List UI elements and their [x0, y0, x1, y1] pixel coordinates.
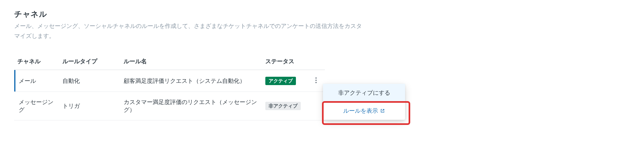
- section-description: メール、メッセージング、ソーシャルチャネルのルールを作成して、さまざまなチケット…: [14, 21, 362, 41]
- header-status: ステータス: [262, 54, 307, 70]
- cell-rule-name: 顧客満足度評価リクエスト（システム自動化）: [120, 70, 262, 92]
- cell-rule-type: トリガ: [59, 92, 120, 120]
- header-channel: チャネル: [14, 54, 59, 70]
- cell-rule-type: 自動化: [59, 70, 120, 92]
- rules-table: チャネル ルールタイプ ルール名 ステータス メール 自動化 顧客満足度評価リク…: [14, 54, 325, 120]
- menu-item-deactivate[interactable]: 非アクティブにする: [323, 84, 405, 102]
- cell-actions: [307, 70, 325, 92]
- cell-channel: メール: [14, 70, 59, 92]
- section-title: チャネル: [14, 9, 630, 19]
- header-rule-type: ルールタイプ: [59, 54, 120, 70]
- row-actions-button[interactable]: [312, 76, 320, 84]
- svg-point-1: [316, 80, 317, 81]
- table-header-row: チャネル ルールタイプ ルール名 ステータス: [14, 54, 325, 70]
- menu-item-view-rule[interactable]: ルールを表示: [323, 102, 405, 120]
- cell-status: 非アクティブ: [262, 92, 307, 120]
- kebab-icon: [315, 77, 317, 83]
- cell-rule-name: カスタマー満足度評価のリクエスト（メッセージング）: [120, 92, 262, 120]
- cell-channel: メッセージング: [14, 92, 59, 120]
- header-actions: [307, 54, 325, 70]
- cell-status: アクティブ: [262, 70, 307, 92]
- cell-actions: [307, 92, 325, 120]
- menu-item-view-rule-label: ルールを表示: [343, 107, 378, 115]
- svg-point-0: [316, 77, 317, 79]
- status-badge: 非アクティブ: [265, 102, 301, 110]
- header-rule-name: ルール名: [120, 54, 262, 70]
- status-badge: アクティブ: [265, 77, 296, 85]
- table-row[interactable]: メール 自動化 顧客満足度評価リクエスト（システム自動化） アクティブ: [14, 70, 325, 92]
- row-actions-menu: 非アクティブにする ルールを表示: [323, 84, 405, 120]
- external-link-icon: [380, 108, 385, 113]
- table-row[interactable]: メッセージング トリガ カスタマー満足度評価のリクエスト（メッセージング） 非ア…: [14, 92, 325, 120]
- svg-point-2: [316, 82, 317, 83]
